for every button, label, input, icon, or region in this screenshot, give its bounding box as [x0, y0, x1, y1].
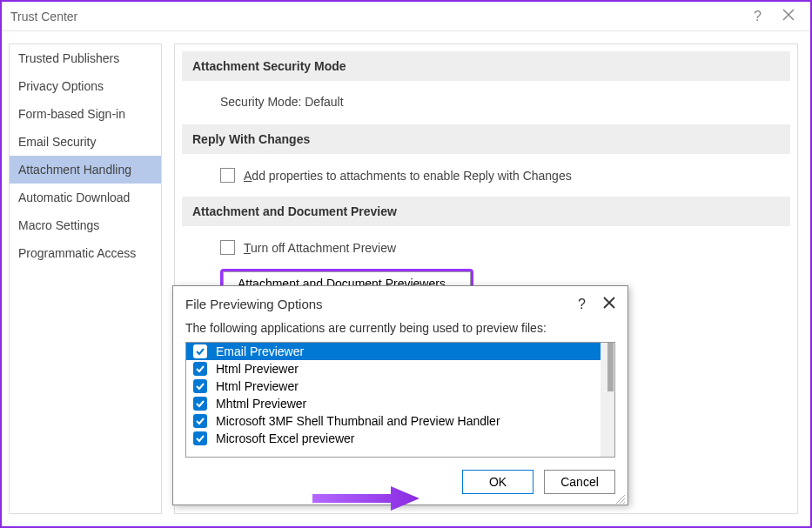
security-mode-value: Security Mode: Default: [182, 91, 790, 124]
checkbox-row-turn-off-preview: Turn off Attachment Preview: [182, 237, 790, 258]
modal-description: The following applications are currently…: [173, 321, 627, 342]
list-item-label: Html Previewer: [216, 362, 299, 376]
sidebar-item-attachment-handling[interactable]: Attachment Handling: [10, 156, 161, 184]
previewer-list: Email Previewer Html Previewer Html Prev…: [185, 342, 615, 458]
checkmark-icon: [193, 414, 207, 428]
list-item[interactable]: Mhtml Previewer: [186, 395, 614, 412]
checkmark-icon: [193, 397, 207, 411]
section-header-security-mode: Attachment Security Mode: [182, 51, 790, 81]
list-item[interactable]: Email Previewer: [186, 343, 614, 360]
list-item[interactable]: Html Previewer: [186, 378, 614, 395]
checkmark-icon: [193, 379, 207, 393]
help-icon[interactable]: ?: [754, 9, 762, 24]
window-title-bar: Trust Center ?: [2, 2, 810, 31]
modal-overlay: File Previewing Options ? The following …: [2, 285, 628, 522]
cancel-button[interactable]: Cancel: [544, 470, 615, 494]
checkbox-add-properties[interactable]: [220, 168, 235, 183]
window-title: Trust Center: [10, 10, 754, 23]
modal-close-icon[interactable]: [603, 297, 615, 312]
sidebar-item-programmatic-access[interactable]: Programmatic Access: [10, 239, 161, 267]
ok-button[interactable]: OK: [462, 470, 534, 494]
list-item-label: Html Previewer: [216, 379, 299, 393]
list-item[interactable]: Microsoft Excel previewer: [186, 430, 614, 447]
sidebar-item-form-based-sign-in[interactable]: Form-based Sign-in: [10, 100, 161, 128]
list-item[interactable]: Html Previewer: [186, 360, 614, 378]
modal-title-bar: File Previewing Options ?: [173, 286, 627, 321]
window-controls: ?: [754, 9, 802, 24]
checkbox-turn-off-preview[interactable]: [220, 240, 235, 255]
checkbox-label-turn-off-preview: Turn off Attachment Preview: [244, 241, 396, 255]
section-header-reply-changes: Reply With Changes: [182, 124, 790, 154]
sidebar-item-macro-settings[interactable]: Macro Settings: [10, 211, 161, 239]
scrollbar[interactable]: [601, 343, 614, 457]
checkmark-icon: [193, 362, 207, 376]
list-item-label: Mhtml Previewer: [216, 397, 306, 411]
list-item[interactable]: Microsoft 3MF Shell Thumbnail and Previe…: [186, 412, 614, 430]
list-item-label: Email Previewer: [216, 344, 304, 358]
list-item-label: Microsoft 3MF Shell Thumbnail and Previe…: [216, 414, 500, 428]
modal-title: File Previewing Options: [185, 297, 560, 312]
scrollbar-thumb[interactable]: [607, 343, 614, 391]
modal-button-row: OK Cancel: [173, 458, 627, 505]
checkbox-row-add-properties: Add properties to attachments to enable …: [182, 164, 790, 186]
checkmark-icon: [193, 431, 207, 445]
sidebar-item-trusted-publishers[interactable]: Trusted Publishers: [10, 44, 161, 72]
sidebar-item-privacy-options[interactable]: Privacy Options: [10, 72, 161, 100]
list-item-label: Microsoft Excel previewer: [216, 431, 355, 445]
modal-file-previewing: File Previewing Options ? The following …: [172, 285, 628, 505]
sidebar-item-email-security[interactable]: Email Security: [10, 128, 161, 156]
checkbox-label-add-properties: Add properties to attachments to enable …: [244, 169, 572, 183]
close-icon[interactable]: [782, 9, 795, 24]
resize-grip-icon[interactable]: [614, 491, 625, 502]
modal-help-icon[interactable]: ?: [578, 297, 586, 312]
section-header-preview: Attachment and Document Preview: [182, 197, 790, 226]
sidebar-item-automatic-download[interactable]: Automatic Download: [10, 184, 161, 211]
checkmark-icon: [193, 344, 207, 358]
